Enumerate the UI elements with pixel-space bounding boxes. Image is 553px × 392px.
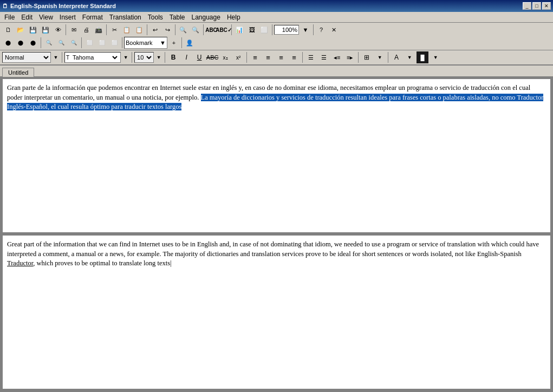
indent-button[interactable]: ≡▸ — [344, 51, 356, 63]
object-button[interactable]: ⬜ — [258, 24, 270, 36]
email-button[interactable]: ✉ — [68, 24, 80, 36]
table-insert-button[interactable]: ⊞ — [361, 51, 373, 63]
bold-button[interactable]: B — [167, 51, 179, 63]
sep5 — [203, 24, 204, 35]
tb2-btn1[interactable]: ⬤ — [2, 37, 14, 49]
align-left-button[interactable]: ≡ — [249, 51, 261, 63]
app-title: English-Spanish Interpreter Standard — [10, 3, 116, 9]
table-dropdown-btn[interactable]: ▼ — [374, 51, 386, 63]
fmt-sep4 — [246, 52, 247, 63]
tb2-btn5[interactable]: 🔍 — [55, 37, 67, 49]
align-justify-button[interactable]: ≡ — [288, 51, 300, 63]
title-bar-controls[interactable]: _ □ ✕ — [523, 2, 551, 10]
user-button[interactable]: 👤 — [184, 37, 196, 49]
saveas-button[interactable]: 💾 — [40, 24, 51, 36]
spellcheck2-button[interactable]: ABC✓ — [218, 24, 230, 36]
undo-button[interactable]: ↩ — [149, 24, 161, 36]
toolbar2: ⬤ ⬤ ⬤ 🔍 🔍 🔍 ⬜ ⬜ ⬜ Bookmark ▼ + 👤 — [2, 37, 551, 49]
menu-file[interactable]: File — [1, 12, 18, 22]
redo-button[interactable]: ↪ — [161, 24, 173, 36]
underline-button[interactable]: U — [193, 51, 205, 63]
help2-button[interactable]: ? — [315, 24, 327, 36]
tb2-btn9[interactable]: ⬜ — [108, 37, 120, 49]
close-button[interactable]: ✕ — [542, 2, 551, 10]
sep2 — [106, 24, 107, 35]
menu-translation[interactable]: Translation — [106, 12, 145, 22]
menu-edit[interactable]: Edit — [18, 12, 36, 22]
font-select[interactable]: Tahoma — [70, 53, 119, 62]
target-link[interactable]: Traductor — [7, 259, 33, 267]
target-text-after: , which proves to be optimal to translat… — [33, 259, 170, 267]
menu-language[interactable]: Language — [188, 12, 223, 22]
fmt-sep6 — [358, 52, 359, 63]
align-center-button[interactable]: ≡ — [262, 51, 274, 63]
highlight-color-button[interactable]: █ — [417, 51, 428, 63]
tb2-btn8[interactable]: ⬜ — [96, 37, 108, 49]
subscript-button[interactable]: x₂ — [219, 51, 231, 63]
menu-help[interactable]: Help — [224, 12, 244, 22]
style-dropdown-btn[interactable]: ▼ — [52, 51, 60, 63]
align-right-button[interactable]: ≡ — [275, 51, 287, 63]
close2-button[interactable]: ✕ — [328, 24, 340, 36]
strikethrough-button[interactable]: ABC — [206, 51, 218, 63]
font-dropdown-btn[interactable]: ▼ — [122, 51, 129, 63]
copy-button[interactable]: 📋 — [121, 24, 133, 36]
paste-button[interactable]: 📋 — [133, 24, 145, 36]
font-field[interactable]: T Tahoma — [64, 52, 121, 63]
fax-button[interactable]: 📠 — [93, 24, 105, 36]
sep1 — [66, 24, 66, 35]
numbered-list-button[interactable]: ☰ — [318, 51, 330, 63]
source-panel: Gran parte de la información que podemos… — [2, 79, 551, 233]
menu-table[interactable]: Table — [166, 12, 188, 22]
style-select[interactable]: Normal — [2, 52, 51, 63]
zoom-input[interactable] — [274, 25, 299, 35]
sep3 — [147, 24, 147, 35]
title-bar-left: 🗒 English-Spanish Interpreter Standard — [2, 3, 116, 9]
minimize-button[interactable]: _ — [523, 2, 531, 10]
maximize-button[interactable]: □ — [532, 2, 541, 10]
tb2-btn6[interactable]: 🔍 — [68, 37, 80, 49]
font-color-dropdown[interactable]: ▼ — [404, 51, 415, 63]
outdent-button[interactable]: ◂≡ — [331, 51, 343, 63]
target-panel[interactable]: Great part of the information that we ca… — [2, 235, 551, 389]
tb2-btn3[interactable]: ⬤ — [27, 37, 39, 49]
chart-button[interactable]: 📊 — [233, 24, 245, 36]
sep7 — [272, 24, 272, 35]
tb2-btn2[interactable]: ⬤ — [15, 37, 27, 49]
size-dropdown-btn[interactable]: ▼ — [155, 51, 162, 63]
find-button[interactable]: 🔍 — [177, 24, 189, 36]
menu-bar: File Edit View Insert Format Translation… — [0, 12, 553, 23]
format-toolbar: Normal ▼ T Tahoma ▼ 10 8 9 11 12 14 ▼ B … — [0, 50, 553, 66]
bookmark-add-button[interactable]: + — [168, 37, 180, 49]
bullet-list-button[interactable]: ☰ — [305, 51, 317, 63]
print-button[interactable]: 🖨 — [80, 24, 92, 36]
open-button[interactable]: 📂 — [15, 24, 27, 36]
fmt-sep5 — [302, 52, 303, 63]
document-tab[interactable]: Untitled — [2, 68, 34, 77]
sep4 — [175, 24, 175, 35]
preview-button[interactable]: 👁 — [52, 24, 64, 36]
zoom-dropdown[interactable]: ▼ — [300, 24, 311, 36]
menu-tools[interactable]: Tools — [145, 12, 166, 22]
size-select[interactable]: 10 8 9 11 12 14 — [134, 52, 154, 63]
highlight-dropdown[interactable]: ▼ — [430, 51, 441, 63]
superscript-button[interactable]: x² — [232, 51, 244, 63]
tb2-btn7[interactable]: ⬜ — [83, 37, 95, 49]
sep11 — [122, 37, 122, 48]
menu-view[interactable]: View — [36, 12, 56, 22]
new-button[interactable]: 🗋 — [2, 24, 14, 36]
tb2-btn4[interactable]: 🔍 — [43, 37, 55, 49]
cut-button[interactable]: ✂ — [108, 24, 120, 36]
italic-button[interactable]: I — [180, 51, 192, 63]
target-text: Great part of the information that we ca… — [7, 240, 539, 258]
menu-insert[interactable]: Insert — [56, 12, 79, 22]
save-button[interactable]: 💾 — [27, 24, 39, 36]
font-color-button[interactable]: A — [391, 51, 402, 63]
findall-button[interactable]: 🔍 — [190, 24, 201, 36]
fmt-sep7 — [388, 52, 388, 63]
bookmark-dropdown[interactable]: Bookmark ▼ — [124, 37, 167, 49]
bookmark-label: Bookmark — [126, 40, 153, 46]
image-button[interactable]: 🖼 — [246, 24, 258, 36]
bookmark-dropdown-arrow: ▼ — [160, 40, 166, 46]
menu-format[interactable]: Format — [79, 12, 106, 22]
